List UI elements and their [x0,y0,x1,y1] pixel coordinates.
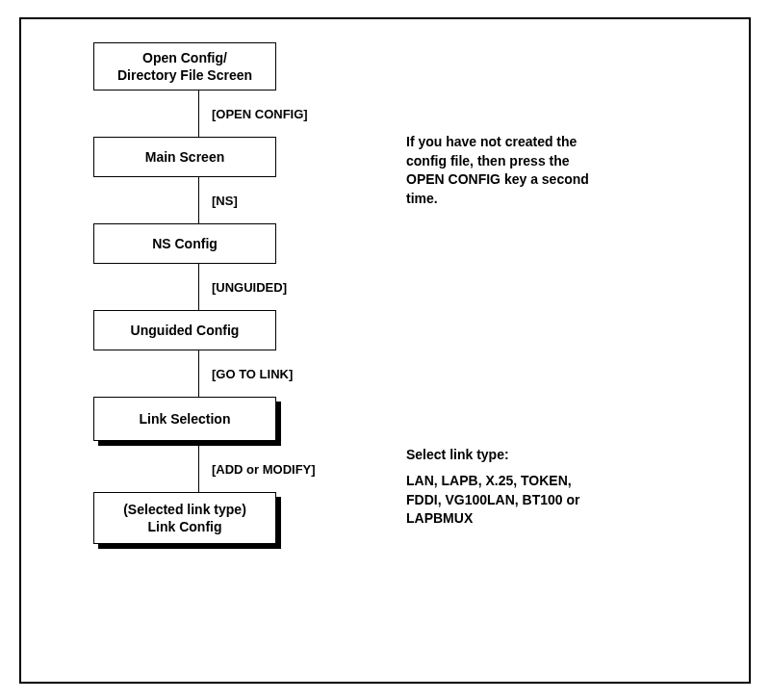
connector [198,91,199,137]
box-label: NS Config [152,235,218,252]
label-ns: [NS] [212,194,238,208]
connector [198,264,199,310]
box-label: (Selected link type) Link Config [123,501,246,535]
diagram-frame: Open Config/ Directory File Screen [OPEN… [19,17,751,684]
connector [198,177,199,223]
box-link-selection: Link Selection [93,397,276,441]
connector [198,446,199,492]
box-selected-link-config: (Selected link type) Link Config [93,492,276,544]
box-label: Open Config/ Directory File Screen [117,49,252,84]
label-unguided: [UNGUIDED] [212,280,287,295]
label-add-or-modify: [ADD or MODIFY] [212,462,316,477]
label-go-to-link: [GO TO LINK] [212,367,293,381]
label-open-config: [OPEN CONFIG] [212,107,308,121]
box-open-config-directory: Open Config/ Directory File Screen [93,42,276,91]
box-label: Link Selection [140,410,231,428]
side-note-select-link-title: Select link type: [406,446,509,465]
box-ns-config: NS Config [93,223,276,264]
side-note-open-config: If you have not created the config file,… [406,133,656,208]
connector [198,350,199,397]
box-label: Main Screen [145,148,224,166]
box-label: Unguided Config [131,322,240,339]
box-main-screen: Main Screen [93,137,276,177]
box-unguided-config: Unguided Config [93,310,276,350]
side-note-select-link-body: LAN, LAPB, X.25, TOKEN, FDDI, VG100LAN, … [406,472,656,529]
